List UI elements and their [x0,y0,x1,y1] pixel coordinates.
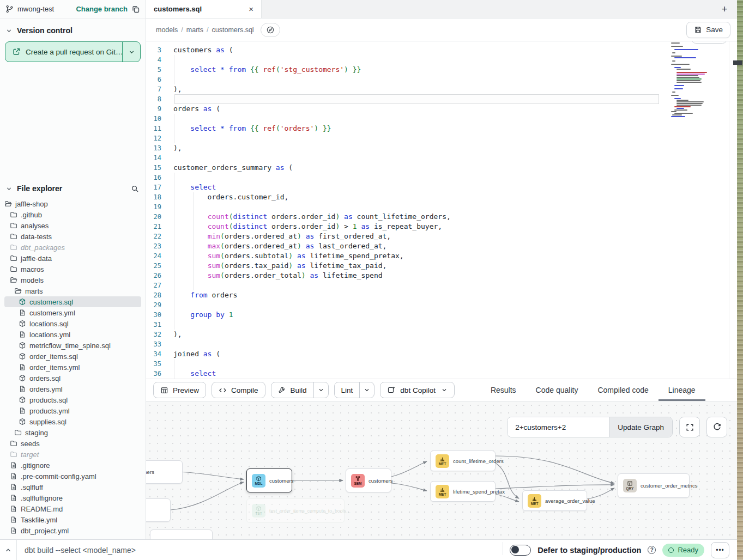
code-line-18[interactable]: 18 orders.customer_id, [146,192,729,202]
code-line-21[interactable]: 21 count(distinct orders.order_id) > 1 a… [146,222,729,232]
navigate-button[interactable] [261,23,280,37]
code-line-8[interactable]: 8 [146,94,729,104]
lineage-selector-input[interactable] [508,417,609,437]
tab-results[interactable]: Results [481,379,526,401]
build-button[interactable]: Build [271,382,329,398]
tree-item-macros[interactable]: macros [4,264,141,275]
tree-item-products-sql[interactable]: products.sql [4,394,141,405]
code-line-11[interactable]: 11 select * from {{ ref('orders') }} [146,124,729,133]
tree-item-marts[interactable]: marts [4,285,141,296]
defer-toggle[interactable] [510,545,531,556]
tree-item-analyses[interactable]: analyses [4,220,141,231]
code-line-32[interactable]: 32), [146,330,729,339]
breadcrumb-marts[interactable]: marts [186,26,203,34]
code-line-20[interactable]: 20 count(distinct orders.order_id) as co… [146,212,729,222]
tree-item--sqlfluffignore[interactable]: .sqlfluffignore [4,492,141,503]
code-line-34[interactable]: 34joined as ( [146,349,729,359]
lineage-panel[interactable]: stg_customersordersMDLcustomersTSTtest_o… [146,401,737,539]
refresh-button[interactable] [706,417,727,437]
code-line-23[interactable]: 23 max(orders.ordered_at) as last_ordere… [146,241,729,251]
code-line-15[interactable]: 15customer_orders_summary as ( [146,163,729,173]
code-line-29[interactable]: 29 [146,300,729,310]
breadcrumb-file[interactable]: customers.sql [212,26,254,34]
code-line-24[interactable]: 24 sum(orders.subtotal) as lifetime_spen… [146,251,729,261]
tree-item-jaffle-data[interactable]: jaffle-data [4,253,141,264]
code-line-3[interactable]: 3customers as ( [146,45,729,55]
lineage-node-test-ghost[interactable]: TSTtest_order_items_compute_to_bools… [246,498,345,523]
code-line-26[interactable]: 26 sum(orders.order_total) as lifetime_s… [146,271,729,281]
lineage-node-partial-bottom[interactable] [150,529,213,539]
expand-command-bar-button[interactable] [0,546,16,554]
tab-compiled-code[interactable]: Compiled code [588,379,658,401]
update-graph-button[interactable]: Update Graph [609,417,672,437]
code-line-17[interactable]: 17 select [146,182,729,192]
code-line-6[interactable]: 6 [146,75,729,84]
tree-item-jaffle-shop[interactable]: jaffle-shop [4,198,141,209]
preview-button[interactable]: Preview [153,382,206,398]
tree-item-locations-yml[interactable]: locations.yml [4,329,141,340]
tree-item--sqlfluff[interactable]: .sqlfluff [4,482,141,492]
editor-scrollbar-thumb[interactable] [733,60,742,65]
tree-item-readme-md[interactable]: README.md [4,503,141,514]
tree-item-staging[interactable]: staging [4,427,141,438]
breadcrumb-models[interactable]: models [156,26,178,34]
tree-item--github[interactable]: .github [4,209,141,220]
tree-item-locations-sql[interactable]: locations.sql [4,318,141,329]
code-line-31[interactable]: 31 [146,320,729,330]
tree-item-customers-yml[interactable]: customers.yml [4,307,141,318]
tree-item-customers-sql[interactable]: customers.sql [4,296,141,307]
code-line-4[interactable]: 4 [146,55,729,65]
minimap[interactable] [671,42,726,108]
code-line-14[interactable]: 14 [146,153,729,163]
version-control-header[interactable]: Version control [0,19,146,39]
tree-item-order-items-yml[interactable]: order_items.yml [4,362,141,373]
code-line-9[interactable]: 9orders as ( [146,104,729,114]
tree-item-target[interactable]: target [4,449,141,460]
code-line-13[interactable]: 13), [146,143,729,153]
lineage-node-customers-sem[interactable]: SEMcustomers [346,468,391,492]
compile-button[interactable]: Compile [212,382,265,398]
tree-item-orders-yml[interactable]: orders.yml [4,384,141,394]
command-input[interactable]: dbt build --select <model_name> [25,546,136,555]
close-icon[interactable]: × [249,5,253,13]
save-button[interactable]: Save [686,22,730,38]
tree-item--gitignore[interactable]: .gitignore [4,460,141,471]
dbt-copilot-button[interactable]: dbt Copilot [380,382,455,398]
code-line-12[interactable]: 12 [146,133,729,143]
tree-item-orders-sql[interactable]: orders.sql [4,373,141,384]
tree-item-metricflow-time-spine-sql[interactable]: metricflow_time_spine.sql [4,340,141,351]
tab-lineage[interactable]: Lineage [659,379,705,401]
lineage-node-customer-order-metrics[interactable]: QRYcustomer_order_metrics [618,473,690,498]
tree-item-supplies-sql[interactable]: supplies.sql [4,416,141,427]
tree-item-data-tests[interactable]: data-tests [4,231,141,242]
fullscreen-button[interactable] [679,417,700,437]
new-tab-button[interactable]: + [712,0,737,18]
code-line-16[interactable]: 16 [146,173,729,182]
create-pr-dropdown[interactable] [122,42,140,62]
code-line-33[interactable]: 33 [146,339,729,349]
more-options-button[interactable]: ••• [711,542,729,558]
tree-item-dbt-project-yml[interactable]: dbt_project.yml [4,525,141,536]
lint-button[interactable]: Lint [334,382,375,398]
lineage-node-count-lifetime-orders[interactable]: METcount_lifetime_orders [430,451,496,471]
tree-item-models[interactable]: models [4,275,141,285]
tree-item-order-items-sql[interactable]: order_items.sql [4,351,141,362]
code-line-7[interactable]: 7), [146,84,729,94]
tree-item-taskfile-yml[interactable]: Taskfile.yml [4,514,141,525]
file-explorer-header[interactable]: File explorer [0,180,146,198]
code-line-28[interactable]: 28 from orders [146,290,729,300]
code-line-25[interactable]: 25 sum(orders.tax_paid) as lifetime_tax_… [146,261,729,271]
lineage-node-orders[interactable]: orders [146,498,171,522]
code-line-35[interactable]: 35 [146,359,729,369]
change-branch-link[interactable]: Change branch [76,5,128,13]
code-line-19[interactable]: 19 [146,202,729,212]
tree-item-seeds[interactable]: seeds [4,438,141,449]
copy-icon[interactable] [131,5,140,14]
help-icon[interactable]: ? [648,546,656,554]
tab-code-quality[interactable]: Code quality [526,379,588,401]
code-line-5[interactable]: 5 select * from {{ ref('stg_customers') … [146,65,729,75]
lineage-node-stg-customers[interactable]: stg_customers [146,460,183,484]
code-line-10[interactable]: 10 [146,114,729,124]
tree-item-products-yml[interactable]: products.yml [4,405,141,416]
editor-scrollbar[interactable] [729,41,737,379]
